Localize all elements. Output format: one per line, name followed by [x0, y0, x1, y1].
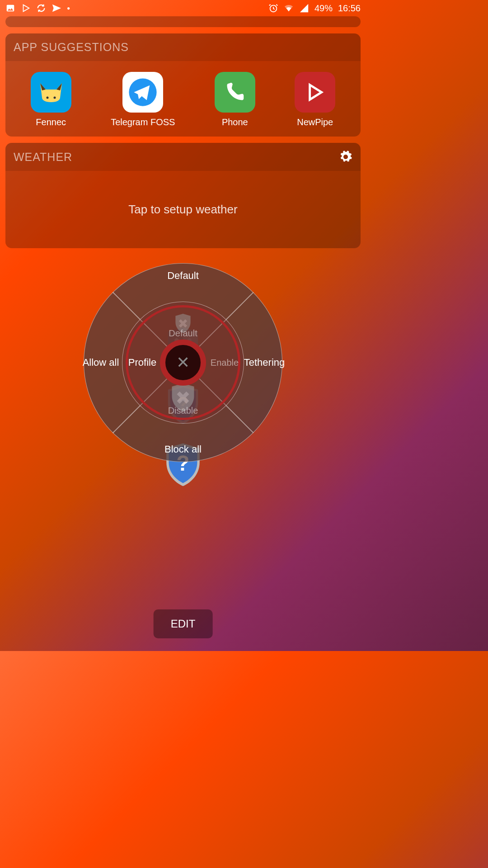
radial-center-close[interactable]: ✕	[160, 340, 206, 386]
fennec-icon	[31, 72, 71, 113]
app-fennec[interactable]: Fennec	[31, 72, 71, 127]
signal-icon	[299, 3, 309, 13]
svg-point-3	[53, 97, 56, 99]
radial-option-blockall[interactable]: Block all	[164, 443, 202, 455]
radial-option-allowall[interactable]: Allow all	[83, 357, 119, 368]
app-row: Fennec Telegram FOSS Phone NewPipe	[5, 61, 361, 137]
app-phone[interactable]: Phone	[215, 72, 255, 127]
svg-point-2	[46, 97, 48, 99]
send-icon	[52, 3, 61, 13]
app-label: Telegram FOSS	[111, 117, 175, 127]
battery-text: 49%	[314, 3, 333, 14]
dot-icon: ●	[67, 5, 70, 11]
radial-inner-default[interactable]: Default	[169, 328, 197, 339]
search-bar[interactable]	[5, 16, 361, 27]
status-bar: ● 49% 16:56	[0, 0, 366, 16]
clock-text: 16:56	[338, 3, 361, 14]
app-telegram[interactable]: Telegram FOSS	[111, 72, 175, 127]
telegram-icon	[122, 72, 163, 113]
weather-body[interactable]: Tap to setup weather	[5, 171, 361, 248]
status-right: 49% 16:56	[268, 3, 361, 14]
radial-menu: ✕ Default Tethering Block all Allow all …	[84, 263, 282, 462]
alarm-icon	[268, 3, 278, 13]
status-left: ●	[5, 3, 70, 13]
app-label: Fennec	[36, 117, 66, 127]
card-header: WEATHER	[5, 143, 361, 171]
edit-button[interactable]: EDIT	[154, 609, 213, 638]
card-title: WEATHER	[14, 151, 72, 164]
play-outline-icon	[21, 3, 31, 13]
phone-icon	[215, 72, 255, 113]
card-header: APP SUGGESTIONS	[5, 33, 361, 61]
gear-icon[interactable]	[339, 150, 352, 164]
app-suggestions-card: APP SUGGESTIONS Fennec Telegram FOSS Pho…	[5, 33, 361, 137]
image-icon	[5, 3, 15, 13]
radial-option-tethering[interactable]: Tethering	[244, 357, 285, 368]
radial-option-default[interactable]: Default	[167, 270, 199, 282]
sync-icon	[36, 3, 46, 13]
wifi-icon	[284, 3, 294, 13]
weather-setup-text: Tap to setup weather	[128, 203, 237, 216]
app-label: Phone	[222, 117, 248, 127]
newpipe-icon	[295, 72, 335, 113]
weather-card: WEATHER Tap to setup weather	[5, 143, 361, 248]
radial-inner-profile[interactable]: Profile	[128, 357, 156, 368]
close-icon: ✕	[176, 353, 190, 372]
radial-inner-enable[interactable]: Enable	[211, 358, 239, 368]
app-newpipe[interactable]: NewPipe	[295, 72, 335, 127]
app-label: NewPipe	[297, 117, 333, 127]
card-title: APP SUGGESTIONS	[14, 41, 129, 54]
edit-button-label: EDIT	[171, 618, 196, 630]
radial-inner-disable[interactable]: Disable	[168, 406, 198, 416]
